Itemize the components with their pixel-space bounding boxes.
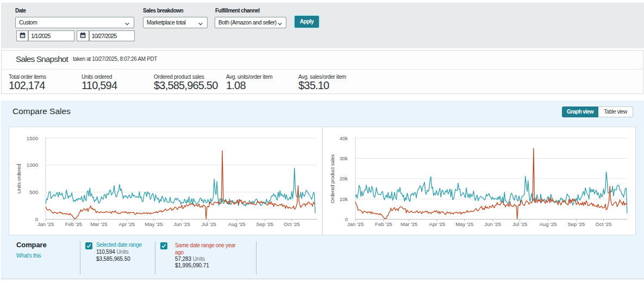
svg-text:Apr '25: Apr '25 [118, 221, 135, 227]
svg-text:Jan '25: Jan '25 [37, 221, 54, 227]
svg-text:10k: 10k [340, 196, 348, 202]
svg-text:500: 500 [29, 189, 38, 195]
svg-text:Feb '25: Feb '25 [65, 221, 82, 227]
svg-text:Aug '25: Aug '25 [540, 221, 557, 227]
svg-text:Aug '25: Aug '25 [228, 221, 246, 227]
svg-text:Sep '25: Sep '25 [567, 221, 585, 227]
svg-text:20k: 20k [340, 176, 348, 181]
svg-text:Mar '25: Mar '25 [401, 221, 417, 227]
svg-text:30k: 30k [340, 155, 348, 161]
svg-text:Mar '25: Mar '25 [90, 221, 107, 227]
svg-text:Units ordered: Units ordered [16, 164, 22, 193]
svg-text:1500: 1500 [27, 135, 38, 141]
svg-text:Feb '25: Feb '25 [375, 221, 392, 227]
svg-text:Jun '25: Jun '25 [484, 221, 501, 227]
svg-text:Ordered product sales: Ordered product sales [329, 154, 335, 203]
svg-text:Oct '25: Oct '25 [596, 221, 612, 227]
svg-text:1000: 1000 [27, 162, 38, 168]
svg-text:Jul '25: Jul '25 [512, 221, 527, 227]
svg-text:Oct '25: Oct '25 [284, 221, 300, 227]
svg-text:May '25: May '25 [145, 221, 163, 227]
svg-text:Jan '25: Jan '25 [347, 221, 364, 227]
svg-text:Apr '25: Apr '25 [429, 221, 446, 227]
svg-text:Jul '25: Jul '25 [202, 221, 216, 227]
svg-text:May '25: May '25 [455, 221, 473, 227]
svg-text:Sep '25: Sep '25 [256, 221, 273, 227]
svg-text:Jun '25: Jun '25 [173, 221, 190, 227]
svg-text:40k: 40k [340, 135, 348, 141]
